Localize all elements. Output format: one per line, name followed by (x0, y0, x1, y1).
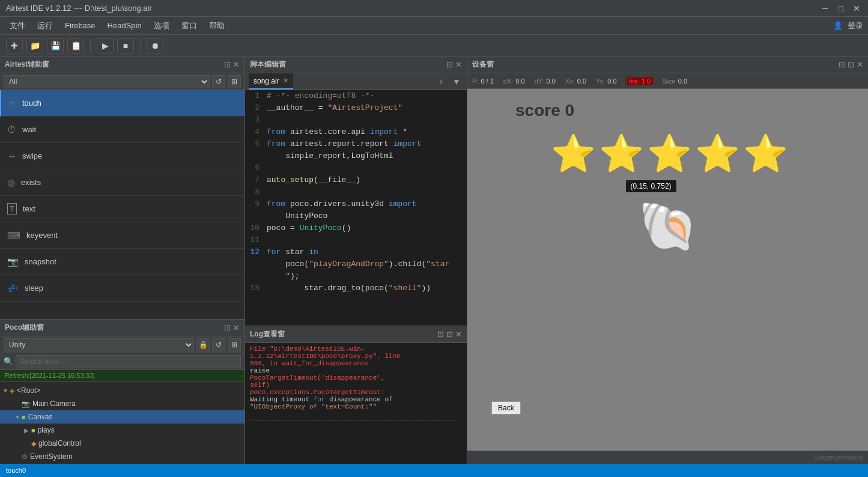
menu-item-help[interactable]: 帮助 (204, 19, 229, 32)
log-line-5: self) (250, 381, 462, 389)
coord-fire: fire: 1.0 (627, 77, 654, 85)
star-5: ⭐ (743, 132, 785, 174)
log-close-btn[interactable]: ✕ (455, 330, 462, 339)
coord-size: Size0.0 (663, 77, 687, 85)
airtest-item-touch[interactable]: ☞ touch (0, 90, 244, 117)
tree-arrow-root: ▼ (2, 387, 10, 394)
search-icon: 🔍 (4, 357, 13, 366)
back-button[interactable]: Back (491, 401, 521, 415)
run-button[interactable]: ▶ (97, 38, 114, 53)
tree-item-main-camera[interactable]: 📷 Main Camera (0, 397, 244, 410)
airtest-toolbar: All ↺ ⊞ (0, 73, 244, 90)
tree-item-event-system[interactable]: ⚙ EventSystem (0, 450, 244, 463)
menu-item-headspin[interactable]: HeadSpin (103, 20, 147, 31)
maximize-button[interactable]: □ (836, 4, 846, 13)
coordinate-tooltip: (0.15, 0.752) (626, 180, 676, 192)
poco-search-input[interactable] (16, 355, 241, 368)
airtest-item-keyevent-label: keyevent (26, 231, 58, 240)
log-line-7: Waiting timeout for disappearance of (250, 396, 462, 403)
device-close-btn[interactable]: ✕ (857, 60, 863, 69)
new-button[interactable]: ✚ (6, 38, 23, 53)
editor-content[interactable]: 1# -*- encoding=utf8 -*- 2__author__ = "… (245, 90, 467, 326)
airtest-panel-close[interactable]: ✕ (233, 60, 240, 69)
coord-xv: Xv:0.0 (565, 77, 586, 85)
airtest-item-wait[interactable]: ⏱ wait (0, 117, 244, 143)
canvas-icon: ■ (22, 413, 26, 421)
coord-dx: dX:0.0 (503, 77, 525, 85)
editor-popout-btn[interactable]: ⊡ (446, 60, 453, 69)
tab-menu-btn[interactable]: ▼ (450, 75, 463, 88)
right-panel: 设备窗 ⊡ ⊡ ✕ P:0 / 1 dX:0.0 dY:0.0 Xv: (467, 56, 868, 464)
poco-device-select[interactable]: Unity (4, 338, 194, 351)
airtest-refresh-btn[interactable]: ↺ (212, 75, 225, 88)
airtest-item-keyevent[interactable]: ⌨ keyevent (0, 222, 244, 249)
airtest-item-text-label: text (23, 204, 35, 213)
airtest-item-exists[interactable]: ◎ exists (0, 169, 244, 196)
tree-label-canvas: Canvas (28, 413, 53, 421)
poco-refresh-btn[interactable]: ↺ (212, 338, 225, 351)
record-button[interactable]: ⏺ (147, 38, 163, 53)
menu-item-window[interactable]: 窗口 (177, 19, 202, 32)
plays-icon: ■ (31, 427, 35, 434)
poco-settings-btn[interactable]: ⊞ (228, 338, 241, 351)
poco-panel-popout[interactable]: ⊡ (224, 323, 231, 332)
device-footer: Unityproject/public (467, 451, 868, 464)
log-popout-btn[interactable]: ⊡ (446, 330, 453, 339)
title-bar: Airtest IDE v1.2.12 ~~ D:\test_plu\song.… (0, 0, 868, 17)
tree-item-global-control[interactable]: ◆ globalControl (0, 437, 244, 450)
airtest-item-text[interactable]: T text (0, 196, 244, 222)
star-1: ⭐ (551, 132, 593, 174)
tree-item-plays[interactable]: ▶ ■ plays (0, 424, 244, 437)
tree-label-event-system: EventSystem (30, 452, 73, 461)
open-button[interactable]: 📁 (26, 38, 43, 53)
menu-item-run[interactable]: 运行 (32, 19, 58, 32)
minimize-button[interactable]: ─ (820, 4, 831, 13)
stop-button[interactable]: ■ (117, 38, 134, 53)
star-2: ⭐ (599, 132, 641, 174)
toolbar: ✚ 📁 💾 📋 ▶ ■ ⏺ (0, 35, 868, 56)
airtest-panel-popout[interactable]: ⊡ (224, 60, 231, 69)
close-button[interactable]: ✕ (851, 4, 862, 13)
tree-item-canvas[interactable]: ▼ ■ Canvas (0, 410, 244, 424)
menu-item-file[interactable]: 文件 (5, 19, 30, 32)
add-tab-btn[interactable]: + (434, 75, 448, 88)
save-as-button[interactable]: 📋 (67, 38, 84, 53)
poco-panel-close[interactable]: ✕ (233, 323, 240, 332)
star-3: ⭐ (647, 132, 689, 174)
touch-icon: ☞ (8, 98, 16, 109)
sleep-icon: 💤 (7, 283, 19, 294)
menu-item-options[interactable]: 选项 (149, 19, 174, 32)
event-icon: ⚙ (22, 453, 28, 461)
airtest-item-exists-label: exists (21, 178, 41, 187)
menu-bar: 文件 运行 Firebase HeadSpin 选项 窗口 帮助 👤 登录 (0, 17, 868, 35)
log-separator: ──────────────────────────────────────── (250, 418, 462, 425)
editor-close-btn[interactable]: ✕ (455, 60, 462, 69)
coord-dy: dY:0.0 (535, 77, 556, 85)
middle-panel: 脚本编辑窗 ⊡ ✕ song.air ✕ + ▼ 1# -*- encoding… (245, 56, 467, 464)
poco-lock-btn[interactable]: 🔒 (196, 338, 210, 351)
device-expand-btn[interactable]: ⊡ (839, 60, 845, 69)
editor-tab-add-area: + ▼ (434, 73, 463, 90)
airtest-settings-btn[interactable]: ⊞ (228, 75, 241, 88)
login-label[interactable]: 登录 (848, 20, 863, 31)
airtest-filter-select[interactable]: All (4, 75, 210, 88)
editor-tabs: song.air ✕ + ▼ (245, 73, 467, 90)
editor-tab-song[interactable]: song.air ✕ (249, 73, 293, 90)
airtest-item-touch-label: touch (22, 99, 41, 108)
log-panel-icon[interactable]: ⊡ (437, 330, 444, 339)
poco-search-bar: 🔍 (0, 353, 244, 370)
text-icon: T (7, 203, 17, 214)
device-screen[interactable]: score 0 ⭐ ⭐ ⭐ ⭐ ⭐ (0.15, 0.752) 🐚 Back (467, 89, 868, 451)
tab-close-song[interactable]: ✕ (283, 77, 288, 85)
airtest-item-snapshot[interactable]: 📷 snapshot (0, 249, 244, 275)
log-line-3: raise (250, 367, 462, 374)
save-button[interactable]: 💾 (47, 38, 64, 53)
device-popout-btn[interactable]: ⊡ (848, 60, 854, 69)
tree-label-global-control: globalControl (38, 439, 81, 448)
tree-item-root[interactable]: ▼ ◈ <Root> (0, 384, 244, 397)
airtest-item-sleep[interactable]: 💤 sleep (0, 275, 244, 302)
airtest-item-swipe[interactable]: ↔ swipe (0, 143, 244, 169)
log-line-2: 698, in wait_for_disappearance (250, 360, 462, 367)
menu-item-firebase[interactable]: Firebase (60, 20, 100, 31)
shell-image: 🐚 (638, 199, 698, 253)
